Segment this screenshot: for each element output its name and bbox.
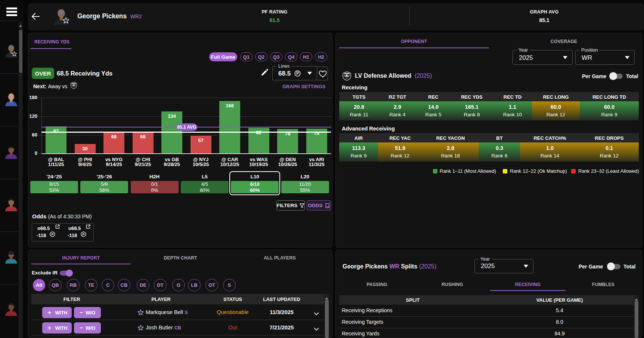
svg-text:P: P (83, 233, 85, 236)
svg-text:P: P (296, 71, 299, 76)
svg-text:P: P (52, 233, 54, 236)
